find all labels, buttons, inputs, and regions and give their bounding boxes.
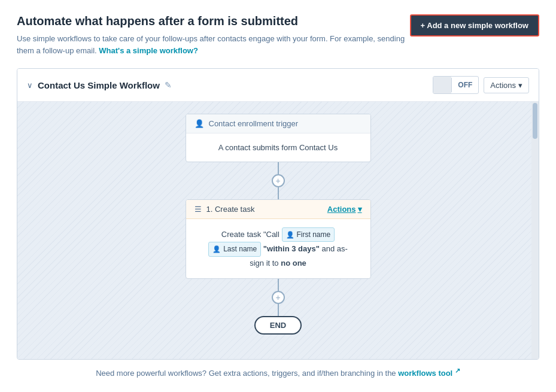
action-body: Create task "Call 👤 First name 👤 Last na… (186, 219, 370, 278)
action-block: ☰ 1. Create task Actions ▾ Create tas (186, 199, 371, 279)
trigger-block: 👤 Contact enrollment trigger A contact s… (186, 114, 371, 162)
workflow-title-area: ∨ Contact Us Simple Workflow ✎ (27, 80, 172, 90)
lastname-token: 👤 Last name (208, 242, 261, 256)
connector-line-1 (278, 162, 279, 174)
firstname-token-label: First name (297, 229, 331, 241)
add-step-button-1[interactable]: + (272, 174, 285, 187)
connector-1: + (272, 162, 285, 199)
lastname-token-label: Last name (223, 243, 257, 255)
step-title: Create task (215, 205, 254, 214)
edit-icon[interactable]: ✎ (165, 80, 172, 90)
header-description: Use simple workflows to take care of you… (17, 33, 406, 56)
toggle-switch[interactable]: OFF (433, 76, 479, 94)
page-container: Automate what happens after a form is su… (0, 0, 556, 392)
action-body-suffix: sign it to no one (250, 259, 306, 268)
firstname-token: 👤 First name (282, 227, 335, 242)
workflow-controls: OFF Actions ▾ (433, 76, 529, 94)
add-step-button-2[interactable]: + (272, 291, 285, 304)
header-section: Automate what happens after a form is su… (17, 14, 539, 56)
footer-text: Need more powerful workflows? Get extra … (96, 369, 396, 378)
chevron-down-icon[interactable]: ∨ (27, 81, 33, 90)
header-desc-text: Use simple workflows to take care of you… (17, 34, 405, 55)
header-text: Automate what happens after a form is su… (17, 14, 406, 56)
action-header: ☰ 1. Create task Actions ▾ (186, 200, 370, 219)
step-caret-icon: ▾ (358, 205, 362, 214)
external-link-icon: ↗ (455, 367, 460, 374)
trigger-body: A contact submits form Contact Us (186, 133, 370, 162)
trigger-description: A contact submits form Contact Us (218, 143, 338, 152)
connector-line-3 (278, 279, 279, 291)
action-step-title: 1. Create task (206, 205, 255, 214)
canvas-wrapper: 👤 Contact enrollment trigger A contact s… (17, 102, 539, 359)
task-icon: ☰ (195, 205, 202, 214)
scrollbar-thumb[interactable] (533, 103, 537, 139)
workflows-tool-link[interactable]: workflows tool ↗ (398, 369, 460, 378)
connector-2: + (272, 279, 285, 316)
end-block: END (254, 316, 302, 335)
whats-simple-workflow-link[interactable]: What's a simple workflow? (99, 46, 198, 55)
step-number: 1 (206, 205, 211, 214)
action-header-left: ☰ 1. Create task (195, 205, 255, 214)
toggle-label: OFF (451, 78, 478, 92)
workflow-title: Contact Us Simple Workflow (38, 80, 160, 90)
actions-label: Actions (490, 81, 516, 90)
workflow-card: ∨ Contact Us Simple Workflow ✎ OFF Actio… (17, 68, 539, 360)
step-actions-label: Actions (327, 205, 356, 214)
header-row: Automate what happens after a form is su… (17, 14, 539, 56)
canvas-scrollbar[interactable] (531, 102, 539, 359)
workflows-tool-link-text: workflows tool (398, 369, 452, 378)
step-actions-dropdown[interactable]: Actions ▾ (327, 205, 362, 214)
person-icon: 👤 (195, 119, 204, 128)
action-body-middle: "within 3 days" and as- (263, 244, 348, 253)
workflow-header: ∨ Contact Us Simple Workflow ✎ OFF Actio… (17, 69, 539, 102)
connector-line-4 (278, 304, 279, 316)
token-person-icon-2: 👤 (212, 244, 221, 255)
page-title: Automate what happens after a form is su… (17, 14, 406, 28)
toggle-track[interactable] (433, 77, 451, 93)
trigger-label: Contact enrollment trigger (209, 119, 299, 128)
caret-down-icon: ▾ (518, 81, 522, 90)
action-body-prefix: Create task "Call (221, 230, 282, 239)
token-person-icon: 👤 (286, 229, 294, 241)
workflow-canvas: 👤 Contact enrollment trigger A contact s… (17, 102, 539, 359)
workflow-actions-dropdown[interactable]: Actions ▾ (484, 77, 529, 93)
add-workflow-button[interactable]: + Add a new simple workflow (410, 14, 539, 37)
footer-note: Need more powerful workflows? Get extra … (17, 360, 539, 380)
connector-line-2 (278, 187, 279, 199)
trigger-header: 👤 Contact enrollment trigger (186, 114, 370, 133)
